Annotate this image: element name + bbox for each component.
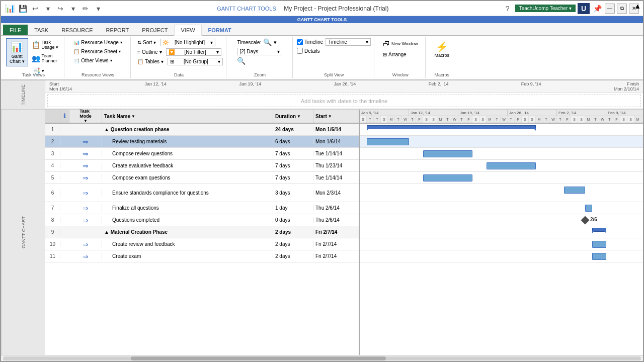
gantt-day-cell: F [613, 116, 620, 123]
timeline-name-dropdown[interactable]: Timeline ▾ [326, 38, 371, 46]
restore-button[interactable]: ⧉ [617, 4, 627, 14]
undo-dropdown[interactable]: ▾ [42, 3, 53, 14]
split-view-label: Split View [324, 72, 344, 77]
collapse-ribbon-button[interactable]: ▲ [634, 2, 641, 10]
task-mode-icon: ⇒ [83, 252, 89, 260]
col-header-start[interactable]: Start ▼ [313, 110, 359, 123]
table-row[interactable]: 3⇒Compose review questions7 daysTue 1/14… [45, 148, 359, 160]
help-button[interactable]: ? [502, 3, 513, 14]
col-header-duration[interactable]: Duration ▼ [273, 110, 313, 123]
details-checkbox[interactable] [297, 48, 303, 54]
table-row[interactable]: 4⇒Create evaluative feedback7 daysThu 1/… [45, 160, 359, 172]
save-button[interactable]: 💾 [17, 3, 28, 14]
table-row[interactable]: 11⇒Create exam2 daysFri 2/7/14 [45, 250, 359, 262]
zoom-dropdown-arrow[interactable]: ▾ [274, 39, 277, 46]
filter-dropdown[interactable]: 🔽 [No Filter] ▾ [166, 48, 221, 56]
table-row[interactable]: 5⇒Compose exam questions7 daysTue 1/14/1… [45, 172, 359, 184]
cell-task-mode: ⇒ [69, 240, 102, 248]
col-header-name[interactable]: Task Name ▼ [102, 110, 273, 123]
gantt-day-cell: S [360, 116, 367, 123]
resource-usage-button[interactable]: 📊 Resource Usage ▾ [71, 38, 124, 47]
tab-report[interactable]: REPORT [100, 25, 136, 35]
table-row[interactable]: 7⇒Finalize all questions1 dayThu 2/6/14 [45, 202, 359, 214]
data-label: Data [174, 72, 184, 77]
gantt-icon: 📊 [11, 41, 23, 53]
quick-access-toolbar: 💾 ↩ ▾ ↪ ▾ ✏ ▾ [17, 3, 104, 14]
zoom-in-icon[interactable]: 🔍 [263, 38, 272, 46]
pin-button[interactable]: 📌 [592, 3, 603, 14]
cell-task-mode: ⇒ [69, 252, 102, 260]
arrange-label: Arrange [388, 52, 407, 57]
task-usage-button[interactable]: 📋 TaskUsage ▾ [29, 38, 61, 51]
table-row[interactable]: 8⇒Questions completed0 daysThu 2/6/14 [45, 214, 359, 226]
cell-row-number: 7 [45, 205, 60, 211]
user-icon-button[interactable]: U [578, 3, 590, 14]
gantt-chart-row [360, 202, 643, 214]
gantt-chart-button[interactable]: 📊 GanttChart ▾ [6, 38, 28, 66]
table-row[interactable]: 9▲ Material Creation Phase2 daysFri 2/7/… [45, 226, 359, 238]
horizontal-scrollbar[interactable] [1, 355, 643, 361]
cell-task-name: Compose exam questions [102, 175, 273, 180]
outline-button[interactable]: ≡ Outline ▾ [135, 48, 165, 56]
group-dropdown[interactable]: ⊞ [No Group] ▾ [168, 58, 223, 65]
user-account[interactable]: TeachUcomp Teacher ▾ [515, 5, 576, 12]
main-area: GANTT CHART ℹ TaskMode ▼ Task Name ▼ Dur… [1, 110, 643, 355]
tab-file[interactable]: FILE [3, 25, 28, 35]
task-mode-icon: ⇒ [83, 150, 89, 158]
redo-button[interactable]: ↪ [55, 3, 66, 14]
highlight-arrow: ▾ [210, 40, 213, 45]
redo-dropdown[interactable]: ▾ [67, 3, 78, 14]
timeline-main: Start Mon 1/6/14 Jan 12, '14 Jan 19, '14… [45, 80, 643, 109]
tab-project[interactable]: PROJECT [135, 25, 174, 35]
gantt-day-cell: S [381, 116, 388, 123]
other-views-button[interactable]: 📑 Other Views ▾ [71, 56, 124, 65]
resource-usage-arrow: ▾ [120, 40, 122, 45]
cell-duration: 0 days [273, 217, 313, 223]
summary-chevron-right [604, 231, 606, 233]
ribbon-body: 📊 GanttChart ▾ 📋 TaskUsage ▾ 👥 TeamPlann… [1, 36, 643, 80]
gantt-day-cell: W [599, 116, 606, 123]
customize-button[interactable]: ▾ [93, 3, 104, 14]
team-planner-button[interactable]: 👥 TeamPlanner [29, 52, 61, 65]
cell-start: Fri 2/7/14 [313, 241, 359, 247]
minimize-button[interactable]: — [605, 4, 615, 14]
more-button[interactable]: ✏ [80, 3, 91, 14]
zoom-entire-button[interactable]: 🔍 [237, 57, 246, 65]
user-dropdown-arrow: ▾ [569, 6, 572, 11]
other-views-label: Other Views [81, 58, 108, 63]
main-window: 📊 💾 ↩ ▾ ↪ ▾ ✏ ▾ GANTT CHART TOOLS My Pro… [0, 0, 644, 362]
col-header-mode[interactable]: TaskMode ▼ [69, 110, 102, 123]
table-row[interactable]: 1▲ Question creation phase24 daysMon 1/6… [45, 124, 359, 136]
arrange-button[interactable]: ⊞ Arrange [380, 50, 409, 59]
gantt-day-cell: S [430, 116, 437, 123]
tab-task[interactable]: TASK [28, 25, 55, 35]
highlight-dropdown[interactable]: 🔆 [No Highlight] ▾ [160, 39, 215, 46]
sort-label: Sort [143, 40, 152, 45]
title-text: My Project - Project Professional (Trial… [284, 5, 388, 12]
scroll-thumb[interactable] [131, 356, 386, 360]
table-row[interactable]: 2⇒Review testing materials6 daysMon 1/6/… [45, 136, 359, 148]
tables-button[interactable]: 📋 Tables ▾ [135, 57, 166, 66]
gantt-day-cell: S [529, 116, 536, 123]
tab-view[interactable]: VIEW [174, 25, 201, 36]
tab-resource[interactable]: RESOURCE [55, 25, 99, 35]
table-row[interactable]: 10⇒Create review and feedback2 daysFri 2… [45, 238, 359, 250]
timeline-add-area[interactable]: Add tasks with dates to the timeline [47, 95, 641, 107]
macros-button[interactable]: ⚡ Macros [431, 38, 453, 60]
cell-duration: 2 days [273, 253, 313, 259]
days-dropdown[interactable]: [2] Days ▾ [237, 48, 282, 55]
timeline-checkbox[interactable] [297, 39, 303, 45]
resource-sheet-button[interactable]: 📋 Resource Sheet ▾ [71, 47, 124, 56]
gantt-day-cell: W [451, 116, 458, 123]
cell-task-name: Compose review questions [102, 151, 273, 156]
table-row[interactable]: 6⇒Ensure standards compliance for questi… [45, 184, 359, 202]
undo-button[interactable]: ↩ [30, 3, 41, 14]
scroll-track[interactable] [3, 356, 641, 360]
sort-button[interactable]: ⇅ Sort ▾ [135, 38, 158, 47]
tab-format[interactable]: FORMAT [202, 25, 238, 35]
new-window-button[interactable]: 🗗 New Window [380, 38, 421, 49]
contextual-band-label: GANTT CHART TOOLS [297, 17, 347, 22]
details-check-label[interactable]: Details [297, 48, 320, 54]
timeline-check-label[interactable]: Timeline Timeline ▾ [297, 38, 371, 46]
timeline-finish-label: Finish [627, 81, 639, 86]
